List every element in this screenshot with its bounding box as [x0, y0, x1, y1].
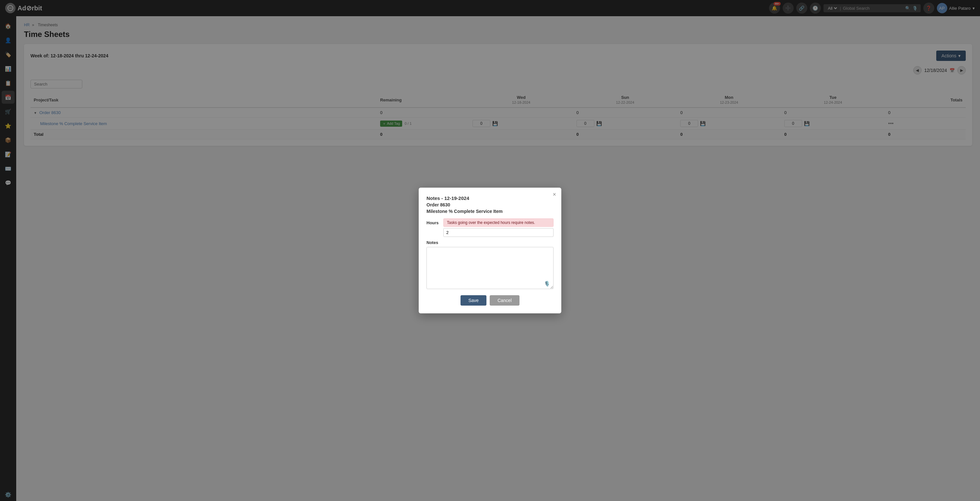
modal-order: Order 8630: [426, 202, 554, 207]
modal-notes-label: Notes: [426, 240, 554, 245]
modal-save-button[interactable]: Save: [460, 295, 487, 305]
modal-notes-textarea[interactable]: [426, 247, 554, 289]
modal-hours-label: Hours: [426, 220, 443, 225]
textarea-microphone-icon[interactable]: 🎙️: [544, 281, 550, 287]
modal-close-button[interactable]: ×: [552, 191, 556, 197]
modal-notes-section: Notes 🎙️: [426, 240, 554, 290]
modal-error-message: Tasks going over the expected hours requ…: [443, 218, 554, 227]
modal-dialog: × Notes - 12-19-2024 Order 8630 Mileston…: [419, 188, 561, 313]
modal-cancel-button[interactable]: Cancel: [490, 295, 520, 305]
modal-task: Milestone % Complete Service Item: [426, 209, 554, 214]
modal-hours-row: Hours Tasks going over the expected hour…: [426, 218, 554, 237]
modal-overlay[interactable]: × Notes - 12-19-2024 Order 8630 Mileston…: [0, 0, 980, 501]
modal-action-buttons: Save Cancel: [426, 295, 554, 305]
modal-title-date: Notes - 12-19-2024: [426, 196, 554, 201]
modal-hours-section: Tasks going over the expected hours requ…: [443, 218, 554, 237]
modal-notes-wrapper: 🎙️: [426, 247, 554, 290]
modal-hours-input[interactable]: [443, 228, 554, 237]
